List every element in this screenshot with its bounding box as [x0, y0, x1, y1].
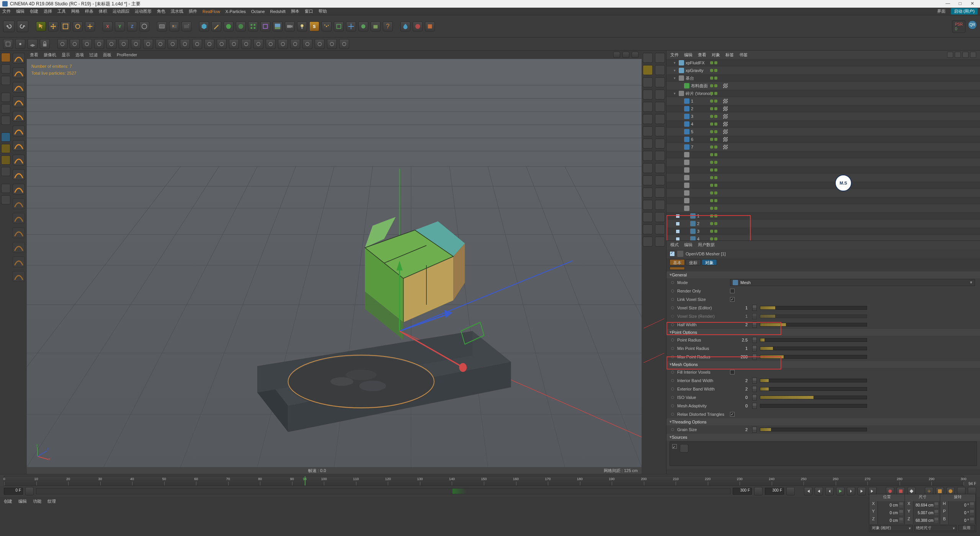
polygon-mode[interactable]	[1, 116, 10, 125]
palette-icon[interactable]	[643, 102, 653, 112]
xp-dynamics[interactable]	[358, 21, 368, 31]
tool-14[interactable]	[229, 39, 239, 49]
tweak-mode[interactable]	[1, 144, 10, 153]
xray-mode[interactable]	[1, 167, 10, 176]
section-point-options[interactable]: Point Options	[666, 329, 980, 336]
interior-band-spinner[interactable]	[752, 377, 757, 384]
light[interactable]	[297, 21, 307, 31]
tool-18[interactable]	[278, 39, 288, 49]
generator-array[interactable]	[248, 21, 258, 31]
extrude-tool[interactable]	[13, 169, 25, 180]
goto-start-button[interactable]	[804, 487, 812, 495]
palette-icon[interactable]	[643, 126, 653, 136]
max-pr-slider[interactable]	[760, 355, 867, 359]
tool-12[interactable]	[204, 39, 214, 49]
fill-interior-checkbox[interactable]	[730, 370, 735, 374]
palette-icon[interactable]	[655, 139, 665, 149]
object-row[interactable]: 6	[666, 136, 980, 143]
texture-mode[interactable]	[1, 64, 10, 74]
viewport-solo[interactable]	[1, 155, 10, 165]
palette-icon[interactable]	[643, 237, 653, 247]
object-row[interactable]	[666, 151, 980, 159]
voxel-editor-slider[interactable]	[760, 306, 867, 310]
section-threading[interactable]: Threading Options	[666, 418, 980, 425]
object-row[interactable]: xpGravity	[666, 67, 980, 74]
tool-7[interactable]	[143, 39, 153, 49]
sources-well[interactable]	[670, 441, 977, 466]
arc-tool[interactable]	[13, 67, 25, 78]
tool-2[interactable]	[82, 39, 92, 49]
palette-icon[interactable]	[643, 224, 653, 234]
tool-11[interactable]	[192, 39, 202, 49]
attr-menu-item[interactable]: 编辑	[684, 242, 693, 248]
object-row[interactable]: 碎片 (Voronoi)	[666, 90, 980, 97]
menu-item[interactable]: 创建	[30, 8, 38, 14]
tl-spinner-2[interactable]	[754, 487, 763, 495]
om-filter-icon[interactable]	[955, 52, 961, 58]
palette-icon[interactable]	[655, 200, 665, 210]
palette-icon[interactable]	[655, 90, 665, 100]
redshift-icon[interactable]	[425, 21, 435, 31]
vp-menu-item[interactable]: 选项	[75, 52, 84, 58]
tl-spinner-1[interactable]	[25, 487, 34, 495]
iso-spinner[interactable]	[752, 394, 757, 400]
object-row[interactable]: ✓3	[666, 227, 980, 235]
section-general[interactable]: General	[666, 271, 980, 278]
inset-tool[interactable]	[13, 198, 25, 209]
tool-16[interactable]	[253, 39, 263, 49]
tool-21[interactable]	[315, 39, 325, 49]
menu-item[interactable]: 文件	[2, 8, 11, 14]
render-only-checkbox[interactable]	[730, 289, 735, 293]
object-row[interactable]: 4	[666, 120, 980, 128]
object-row[interactable]: 布料曲面	[666, 82, 980, 90]
menu-item[interactable]: 工具	[57, 8, 66, 14]
material-menu-item[interactable]: 纹理	[47, 498, 56, 504]
spiral-tool[interactable]	[13, 96, 25, 107]
edge-mode[interactable]	[1, 104, 10, 113]
source-checkbox[interactable]	[672, 444, 677, 449]
vp-maximize-icon[interactable]	[632, 52, 639, 58]
tool-1[interactable]	[70, 39, 80, 49]
psr-indicator[interactable]: PSR0	[952, 20, 965, 33]
tool-8[interactable]	[155, 39, 165, 49]
generator-sweep[interactable]	[236, 21, 246, 31]
model-mode[interactable]	[1, 53, 10, 62]
timeline-end-field[interactable]: 300 F	[765, 488, 784, 495]
menu-item[interactable]: 流水线	[171, 8, 183, 14]
grain-spinner[interactable]	[752, 427, 757, 433]
workplane-mode[interactable]	[1, 76, 10, 85]
palette-icon[interactable]	[643, 114, 653, 124]
menu-item[interactable]: 编辑	[16, 8, 24, 14]
palette-icon[interactable]	[655, 53, 665, 63]
spline-pen[interactable]	[211, 21, 221, 31]
timeline-start-field[interactable]: 0 F	[4, 488, 23, 495]
voxel-editor-spinner[interactable]	[752, 305, 757, 311]
object-row[interactable]	[666, 204, 980, 212]
palette-icon[interactable]	[655, 212, 665, 222]
object-manager[interactable]: xpFluidFXxpGravity基台布料曲面碎片 (Voronoi)1234…	[666, 59, 980, 240]
menu-item[interactable]: 网格	[71, 8, 80, 14]
knife-tool[interactable]	[13, 213, 25, 224]
object-row[interactable]: 基台	[666, 74, 980, 82]
layout-dropdown[interactable]: 启动 (用户)	[951, 8, 978, 15]
om-menu-item[interactable]: 文件	[670, 52, 679, 58]
palette-icon[interactable]	[655, 237, 665, 247]
vp-menu-item[interactable]: 过滤	[89, 52, 98, 58]
magnet-tool[interactable]	[13, 271, 25, 282]
tool-19[interactable]	[290, 39, 300, 49]
menu-item[interactable]: 体积	[99, 8, 107, 14]
exterior-band-slider[interactable]	[760, 387, 867, 391]
xp-system[interactable]: S	[309, 21, 319, 31]
tool-10[interactable]	[180, 39, 190, 49]
coord-mode-dropdown[interactable]: 对象 (相对)	[870, 525, 913, 531]
palette-icon[interactable]	[655, 224, 665, 234]
snap-grid[interactable]	[1, 184, 10, 193]
min-pr-slider[interactable]	[760, 346, 867, 350]
menu-item[interactable]: X-Particles	[225, 9, 246, 14]
om-menu-item[interactable]: 标签	[725, 52, 734, 58]
iso-slider[interactable]	[760, 395, 867, 399]
select-tool[interactable]	[36, 21, 46, 31]
section-mesh-options[interactable]: Mesh Options	[666, 361, 980, 368]
attr-menu-item[interactable]: 模式	[670, 242, 679, 248]
vp-menu-item[interactable]: 摄像机	[44, 52, 56, 58]
